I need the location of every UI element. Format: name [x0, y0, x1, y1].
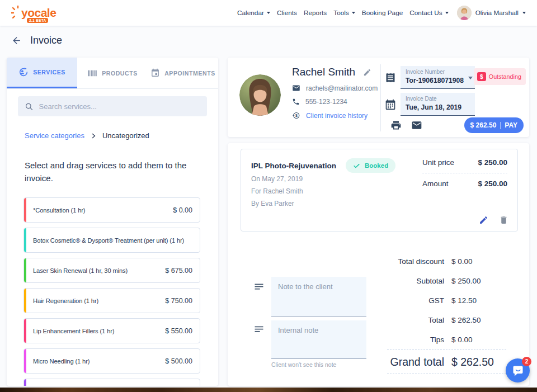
grand-total-label: Grand total: [387, 356, 444, 369]
total-discount-value: $ 0.00: [451, 257, 506, 266]
nav-reports[interactable]: Reports: [303, 9, 328, 17]
chevron-down-icon: [352, 12, 355, 14]
nav-contact-us[interactable]: Contact Us: [408, 9, 449, 17]
breadcrumb-service-categories[interactable]: Service categories: [25, 131, 84, 140]
internal-note-hint: Client won't see this note: [271, 361, 336, 368]
invoice-body-card: IPL Photo-Rejuvenation Booked On May 27,…: [228, 143, 529, 386]
booked-badge: Booked: [346, 158, 395, 173]
service-color-bar: [24, 198, 26, 222]
client-info: Rachel Smith rachels@mailinator.com 555-…: [292, 66, 378, 120]
email-icon: [292, 84, 300, 92]
invoice-page: yocale 2.1 BETA Calendar Clients Reports…: [0, 0, 537, 392]
chevron-down-icon: [445, 12, 449, 14]
logo-version-badge: 2.1 BETA: [27, 18, 48, 23]
service-color-bar: [24, 289, 26, 313]
service-item[interactable]: [23, 379, 200, 386]
service-item[interactable]: Lip Enhancement Fillers (1 hr) $ 550.00: [23, 318, 200, 343]
print-button[interactable]: [390, 120, 402, 131]
client-header-card: Rachel Smith rachels@mailinator.com 555-…: [228, 58, 529, 137]
panel-tabs: SERVICES PRODUCTS APPOINTMENTS: [7, 58, 218, 89]
tab-products[interactable]: PRODUCTS: [77, 58, 148, 88]
tips-value: $ 0.00: [451, 336, 506, 344]
search-services-input[interactable]: [39, 102, 200, 111]
nav-clients[interactable]: Clients: [276, 9, 298, 17]
status-text: Outstanding: [489, 73, 521, 80]
pay-button[interactable]: $ 262.50 PAY: [464, 117, 524, 133]
user-name: Olivia Marshall: [475, 9, 519, 17]
search-services: [18, 96, 207, 116]
chat-button[interactable]: 2: [506, 358, 530, 382]
client-phone: 555-123-1234: [305, 98, 347, 106]
service-list: *Consultation (1 hr) $ 0.00 Botox Cosmet…: [23, 197, 200, 386]
divider: [380, 64, 381, 131]
chevron-down-icon: [267, 12, 270, 14]
tab-services[interactable]: SERVICES: [7, 58, 77, 88]
line-item-meta: On May 27, 2019 For Rachel Smith By Eva …: [251, 175, 303, 212]
service-item[interactable]: Laser Skin Renewal (1 hr, 30 mins) $ 675…: [23, 258, 200, 283]
client-invoice-history-link[interactable]: $ Client invoice history: [292, 111, 378, 120]
invoice-date-field[interactable]: Invoice Date Tue, Jun 18, 2019: [401, 93, 475, 116]
invoice-number-icon: [385, 72, 397, 83]
chevron-down-icon: [468, 77, 473, 79]
unit-price-value: $ 250.00: [478, 158, 507, 167]
user-menu[interactable]: Olivia Marshall: [457, 6, 526, 20]
chevron-down-icon: [522, 12, 526, 14]
app-logo[interactable]: yocale 2.1 BETA: [11, 6, 56, 20]
phone-icon: [292, 98, 300, 106]
search-icon: [25, 102, 34, 111]
edit-client-icon[interactable]: [363, 68, 371, 77]
client-phone-row: 555-123-1234: [292, 98, 378, 106]
grand-total-value: $ 262.50: [451, 356, 506, 369]
breadcrumb-current: Uncategorized: [102, 131, 149, 140]
chevron-right-icon: [90, 133, 97, 139]
logo-rays-icon: [11, 6, 20, 20]
line-item-title: IPL Photo-Rejuvenation: [251, 162, 336, 170]
nav-tools[interactable]: Tools: [332, 9, 356, 17]
nav-booking-page[interactable]: Booking Page: [361, 9, 404, 17]
service-color-bar: [24, 379, 26, 386]
svg-text:$: $: [295, 114, 298, 118]
note-icon: [253, 324, 265, 337]
service-item[interactable]: Hair Regeneration (1 hr) $ 750.00: [23, 288, 200, 313]
totals: Total discount$ 0.00 Subtotal$ 250.00 GS…: [387, 252, 506, 374]
email-invoice-button[interactable]: [411, 120, 422, 131]
calendar-icon: [150, 68, 160, 78]
printer-icon: [390, 120, 402, 131]
history-dollar-icon: $: [292, 111, 300, 120]
client-note-input[interactable]: [271, 277, 366, 317]
client-name: Rachel Smith: [292, 66, 355, 78]
internal-note-input[interactable]: [271, 320, 366, 359]
edit-line-item-button[interactable]: [479, 215, 488, 225]
nav-calendar[interactable]: Calendar: [236, 9, 271, 17]
outstanding-dollar-icon: $: [477, 72, 486, 81]
tab-appointments[interactable]: APPOINTMENTS: [148, 58, 218, 88]
page-title: Invoice: [30, 35, 62, 46]
breadcrumb: Service categories Uncategorized: [25, 131, 207, 140]
invoice-number-value: Tor-190618071908: [406, 77, 472, 84]
drag-instruction: Select and drag services to add them to …: [25, 159, 196, 185]
service-color-bar: [24, 228, 26, 252]
barcode-icon: [87, 68, 97, 78]
note-icon: [253, 281, 265, 295]
chat-unread-badge: 2: [522, 357, 531, 366]
service-color-bar: [24, 258, 26, 282]
client-avatar: [239, 74, 281, 116]
invoice-date-value: Tue, Jun 18, 2019: [406, 103, 472, 111]
pencil-icon: [479, 215, 488, 225]
total-value: $ 262.50: [451, 316, 506, 324]
email-icon: [411, 120, 422, 131]
status-badge: $ Outstanding: [474, 68, 526, 85]
service-item[interactable]: Botox Cosmetic® & Dysport® Treatment (pe…: [23, 228, 200, 253]
invoice-number-select[interactable]: Invoice Number Tor-190618071908: [401, 66, 475, 89]
trash-icon: [499, 215, 508, 225]
top-nav: yocale 2.1 BETA Calendar Clients Reports…: [0, 0, 537, 26]
back-button[interactable]: [11, 35, 22, 46]
subtotal-value: $ 250.00: [451, 277, 506, 285]
check-icon: [353, 162, 360, 169]
arrow-back-icon: [11, 35, 22, 46]
service-item[interactable]: Micro Needling (1 hr) $ 500.00: [23, 348, 200, 374]
delete-line-item-button[interactable]: [499, 215, 508, 225]
service-item[interactable]: *Consultation (1 hr) $ 0.00: [23, 197, 200, 223]
services-person-history-icon: [18, 67, 29, 77]
pay-label: PAY: [505, 121, 517, 129]
